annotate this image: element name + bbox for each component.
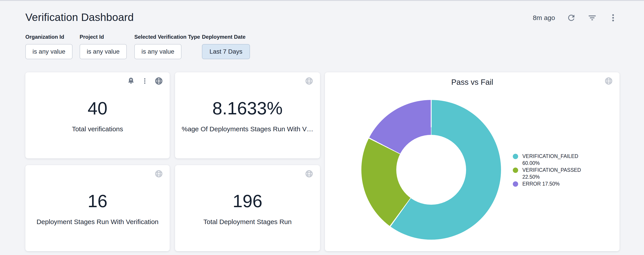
kebab-icon[interactable] (141, 77, 148, 85)
donut-chart[interactable] (361, 100, 501, 240)
tile-hover-actions (127, 77, 163, 85)
last-refresh-text: 8m ago (533, 14, 555, 22)
chart-legend: VERIFICATION_FAILED 60.00% VERIFICATION_… (513, 153, 588, 187)
tile-total-verifications: 40 Total verifications (25, 72, 170, 158)
bell-plus-icon[interactable] (127, 77, 135, 85)
globe-icon[interactable] (305, 170, 313, 178)
pass-vs-fail-chart-card: Pass vs Fail VERIFICATION_FAILED 60.00% … (325, 72, 620, 251)
globe-icon[interactable] (154, 170, 163, 178)
filter-value-organization-id[interactable]: is any value (25, 44, 72, 59)
stat-value: 40 (25, 98, 170, 119)
stat-label: Total Deployment Stages Run (180, 218, 316, 226)
stat-value: 196 (175, 191, 320, 211)
kebab-icon[interactable] (608, 13, 618, 23)
tile-hover-actions (305, 77, 313, 85)
filter-value-deployment-date[interactable]: Last 7 Days (202, 44, 250, 59)
stat-value: 8.1633% (175, 98, 320, 119)
tile-hover-actions (154, 170, 163, 178)
filter-label-verification-type: Selected Verification Type (134, 34, 200, 40)
legend-dot (513, 181, 518, 187)
legend-label: ERROR 17.50% (522, 180, 560, 187)
globe-icon[interactable] (154, 77, 163, 85)
tile-total-stages-run: 196 Total Deployment Stages Run (175, 165, 320, 251)
legend-dot (513, 168, 518, 173)
stat-label: Total verifications (30, 125, 165, 133)
filter-label-project-id: Project Id (80, 34, 104, 40)
legend-item-verification-passed[interactable]: VERIFICATION_PASSED 22.50% (513, 167, 588, 180)
tile-pct-stages-with-verification: 8.1633% %age Of Deployments Stages Run W… (175, 72, 320, 158)
window-top-border (0, 0, 644, 1)
legend-label: VERIFICATION_PASSED 22.50% (522, 167, 588, 180)
tile-hover-actions (604, 77, 613, 85)
filter-icon[interactable] (588, 13, 597, 23)
globe-icon[interactable] (305, 77, 313, 85)
donut-hole (396, 135, 466, 205)
filter-label-organization-id: Organization Id (25, 34, 64, 40)
filter-label-deployment-date: Deployment Date (202, 34, 246, 40)
chart-title: Pass vs Fail (325, 78, 620, 87)
page-title: Verification Dashboard (25, 11, 134, 23)
tile-hover-actions (305, 170, 313, 178)
legend-label: VERIFICATION_FAILED 60.00% (522, 153, 588, 167)
refresh-icon[interactable] (566, 13, 576, 23)
globe-icon[interactable] (604, 77, 613, 85)
legend-dot (513, 154, 518, 159)
stat-label: Deployment Stages Run With Verification (30, 218, 165, 226)
legend-item-error[interactable]: ERROR 17.50% (513, 180, 588, 187)
filter-value-project-id[interactable]: is any value (80, 44, 127, 59)
legend-item-verification-failed[interactable]: VERIFICATION_FAILED 60.00% (513, 153, 588, 167)
dashboard-header-actions: 8m ago (533, 13, 618, 23)
stat-value: 16 (25, 191, 170, 211)
tile-stages-run-with-verification: 16 Deployment Stages Run With Verificati… (25, 165, 170, 251)
stat-label: %age Of Deployments Stages Run With V… (180, 125, 316, 133)
filter-value-verification-type[interactable]: is any value (134, 44, 182, 59)
